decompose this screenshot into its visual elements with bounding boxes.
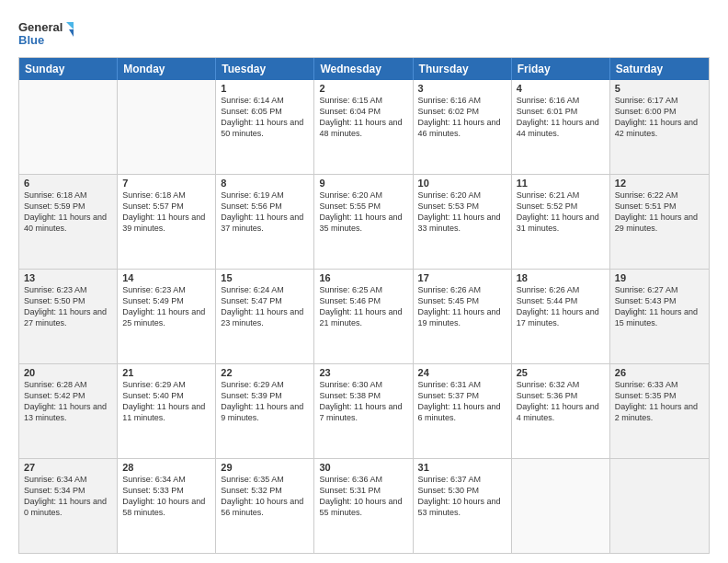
day-number: 21	[122, 367, 210, 378]
day-number: 10	[418, 178, 506, 189]
day-number: 29	[221, 462, 309, 473]
weekday-header: Saturday	[610, 58, 709, 80]
weekday-header: Tuesday	[216, 58, 314, 80]
weekday-header: Sunday	[19, 58, 118, 80]
day-info: Sunrise: 6:15 AM Sunset: 6:04 PM Dayligh…	[319, 95, 407, 140]
day-info: Sunrise: 6:21 AM Sunset: 5:52 PM Dayligh…	[517, 190, 605, 235]
day-number: 3	[418, 83, 506, 94]
day-number: 12	[615, 178, 704, 189]
day-info: Sunrise: 6:23 AM Sunset: 5:50 PM Dayligh…	[24, 284, 112, 329]
day-info: Sunrise: 6:24 AM Sunset: 5:47 PM Dayligh…	[221, 284, 309, 329]
svg-marker-3	[69, 29, 74, 37]
day-number: 30	[319, 462, 407, 473]
day-number: 18	[517, 272, 605, 283]
day-info: Sunrise: 6:25 AM Sunset: 5:46 PM Dayligh…	[319, 284, 407, 329]
day-number: 20	[24, 367, 112, 378]
weekday-header: Wednesday	[314, 58, 413, 80]
day-info: Sunrise: 6:28 AM Sunset: 5:42 PM Dayligh…	[24, 379, 112, 424]
day-info: Sunrise: 6:34 AM Sunset: 5:33 PM Dayligh…	[122, 474, 210, 519]
day-info: Sunrise: 6:29 AM Sunset: 5:39 PM Dayligh…	[221, 379, 309, 424]
page: General Blue SundayMondayTuesdayWednesda…	[0, 0, 728, 563]
svg-text:General: General	[18, 20, 63, 34]
calendar-cell: 13Sunrise: 6:23 AM Sunset: 5:50 PM Dayli…	[19, 270, 118, 363]
weekday-header: Monday	[118, 58, 216, 80]
calendar-cell: 16Sunrise: 6:25 AM Sunset: 5:46 PM Dayli…	[314, 270, 413, 363]
day-info: Sunrise: 6:19 AM Sunset: 5:56 PM Dayligh…	[221, 190, 309, 235]
day-number: 9	[319, 178, 407, 189]
day-info: Sunrise: 6:37 AM Sunset: 5:30 PM Dayligh…	[418, 474, 506, 519]
day-info: Sunrise: 6:35 AM Sunset: 5:32 PM Dayligh…	[221, 474, 309, 519]
day-info: Sunrise: 6:32 AM Sunset: 5:36 PM Dayligh…	[517, 379, 605, 424]
day-info: Sunrise: 6:16 AM Sunset: 6:02 PM Dayligh…	[418, 95, 506, 140]
day-number: 19	[615, 272, 704, 283]
day-number: 8	[221, 178, 309, 189]
calendar-cell: 6Sunrise: 6:18 AM Sunset: 5:59 PM Daylig…	[19, 175, 118, 269]
day-number: 13	[24, 272, 112, 283]
day-number: 1	[221, 83, 309, 94]
calendar-cell: 19Sunrise: 6:27 AM Sunset: 5:43 PM Dayli…	[610, 270, 709, 363]
calendar-header: SundayMondayTuesdayWednesdayThursdayFrid…	[19, 58, 709, 80]
calendar-cell: 14Sunrise: 6:23 AM Sunset: 5:49 PM Dayli…	[118, 270, 216, 363]
day-number: 4	[517, 83, 605, 94]
calendar-cell: 2Sunrise: 6:15 AM Sunset: 6:04 PM Daylig…	[314, 80, 413, 174]
calendar-cell	[610, 459, 709, 553]
logo-svg: General Blue	[18, 17, 74, 50]
day-info: Sunrise: 6:20 AM Sunset: 5:55 PM Dayligh…	[319, 190, 407, 235]
calendar-cell: 30Sunrise: 6:36 AM Sunset: 5:31 PM Dayli…	[314, 459, 413, 553]
day-info: Sunrise: 6:33 AM Sunset: 5:35 PM Dayligh…	[615, 379, 704, 424]
day-info: Sunrise: 6:27 AM Sunset: 5:43 PM Dayligh…	[615, 284, 704, 329]
day-number: 7	[122, 178, 210, 189]
calendar-cell	[19, 80, 118, 174]
day-number: 24	[418, 367, 506, 378]
calendar-cell: 12Sunrise: 6:22 AM Sunset: 5:51 PM Dayli…	[610, 175, 709, 269]
calendar-cell: 22Sunrise: 6:29 AM Sunset: 5:39 PM Dayli…	[216, 364, 314, 458]
calendar-cell: 29Sunrise: 6:35 AM Sunset: 5:32 PM Dayli…	[216, 459, 314, 553]
calendar-cell: 1Sunrise: 6:14 AM Sunset: 6:05 PM Daylig…	[216, 80, 314, 174]
day-info: Sunrise: 6:23 AM Sunset: 5:49 PM Dayligh…	[122, 284, 210, 329]
day-info: Sunrise: 6:14 AM Sunset: 6:05 PM Dayligh…	[221, 95, 309, 140]
calendar-row: 1Sunrise: 6:14 AM Sunset: 6:05 PM Daylig…	[19, 80, 709, 174]
calendar-cell: 11Sunrise: 6:21 AM Sunset: 5:52 PM Dayli…	[512, 175, 610, 269]
logo: General Blue	[18, 17, 74, 50]
weekday-header: Friday	[512, 58, 610, 80]
calendar-cell	[118, 80, 216, 174]
calendar-cell: 20Sunrise: 6:28 AM Sunset: 5:42 PM Dayli…	[19, 364, 118, 458]
day-number: 17	[418, 272, 506, 283]
day-info: Sunrise: 6:26 AM Sunset: 5:44 PM Dayligh…	[517, 284, 605, 329]
day-number: 2	[319, 83, 407, 94]
calendar-cell: 8Sunrise: 6:19 AM Sunset: 5:56 PM Daylig…	[216, 175, 314, 269]
day-number: 14	[122, 272, 210, 283]
day-info: Sunrise: 6:16 AM Sunset: 6:01 PM Dayligh…	[517, 95, 605, 140]
calendar-cell: 5Sunrise: 6:17 AM Sunset: 6:00 PM Daylig…	[610, 80, 709, 174]
calendar-cell: 9Sunrise: 6:20 AM Sunset: 5:55 PM Daylig…	[314, 175, 413, 269]
day-number: 27	[24, 462, 112, 473]
day-info: Sunrise: 6:17 AM Sunset: 6:00 PM Dayligh…	[615, 95, 704, 140]
calendar-row: 13Sunrise: 6:23 AM Sunset: 5:50 PM Dayli…	[19, 269, 709, 363]
calendar-body: 1Sunrise: 6:14 AM Sunset: 6:05 PM Daylig…	[19, 80, 709, 553]
day-info: Sunrise: 6:30 AM Sunset: 5:38 PM Dayligh…	[319, 379, 407, 424]
calendar-cell: 4Sunrise: 6:16 AM Sunset: 6:01 PM Daylig…	[512, 80, 610, 174]
day-info: Sunrise: 6:22 AM Sunset: 5:51 PM Dayligh…	[615, 190, 704, 235]
calendar-cell: 21Sunrise: 6:29 AM Sunset: 5:40 PM Dayli…	[118, 364, 216, 458]
calendar-row: 27Sunrise: 6:34 AM Sunset: 5:34 PM Dayli…	[19, 458, 709, 553]
calendar-cell: 31Sunrise: 6:37 AM Sunset: 5:30 PM Dayli…	[414, 459, 512, 553]
calendar-row: 20Sunrise: 6:28 AM Sunset: 5:42 PM Dayli…	[19, 363, 709, 458]
calendar-cell: 23Sunrise: 6:30 AM Sunset: 5:38 PM Dayli…	[314, 364, 413, 458]
calendar-cell: 28Sunrise: 6:34 AM Sunset: 5:33 PM Dayli…	[118, 459, 216, 553]
header: General Blue	[18, 17, 710, 50]
calendar-cell: 25Sunrise: 6:32 AM Sunset: 5:36 PM Dayli…	[512, 364, 610, 458]
svg-text:Blue: Blue	[18, 33, 44, 47]
day-info: Sunrise: 6:26 AM Sunset: 5:45 PM Dayligh…	[418, 284, 506, 329]
day-number: 5	[615, 83, 704, 94]
day-number: 22	[221, 367, 309, 378]
calendar-cell	[512, 459, 610, 553]
day-info: Sunrise: 6:36 AM Sunset: 5:31 PM Dayligh…	[319, 474, 407, 519]
day-info: Sunrise: 6:34 AM Sunset: 5:34 PM Dayligh…	[24, 474, 112, 519]
day-info: Sunrise: 6:20 AM Sunset: 5:53 PM Dayligh…	[418, 190, 506, 235]
day-number: 16	[319, 272, 407, 283]
day-info: Sunrise: 6:29 AM Sunset: 5:40 PM Dayligh…	[122, 379, 210, 424]
day-info: Sunrise: 6:31 AM Sunset: 5:37 PM Dayligh…	[418, 379, 506, 424]
calendar-cell: 27Sunrise: 6:34 AM Sunset: 5:34 PM Dayli…	[19, 459, 118, 553]
calendar-cell: 10Sunrise: 6:20 AM Sunset: 5:53 PM Dayli…	[414, 175, 512, 269]
day-number: 11	[517, 178, 605, 189]
